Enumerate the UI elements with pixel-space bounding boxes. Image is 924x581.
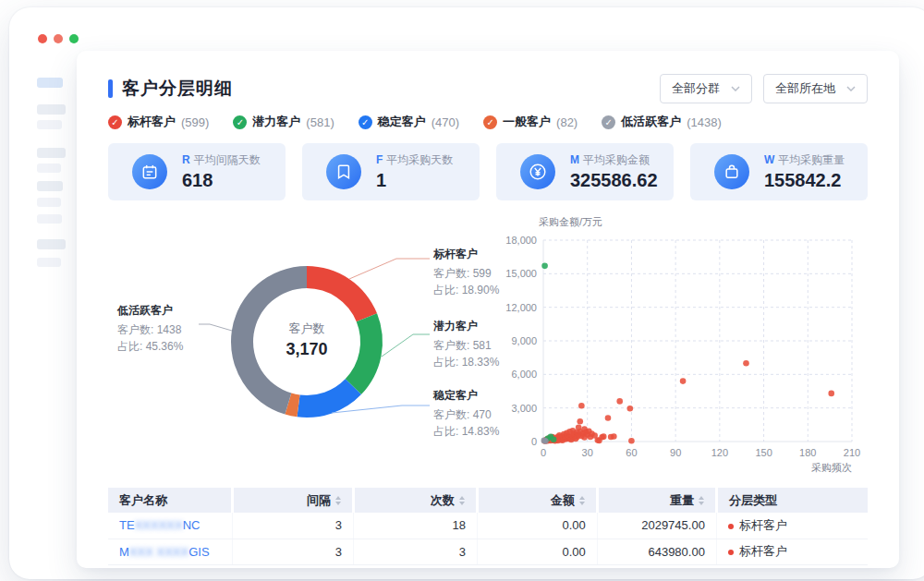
- kpi-cards: R平均间隔天数 618 F平均采购天数 1: [108, 143, 868, 200]
- kpi-value: 155842.2: [764, 170, 845, 191]
- sidebar-skeleton-item: [37, 181, 63, 191]
- kpi-letter: M: [570, 153, 579, 166]
- kpi-label: 平均间隔天数: [194, 153, 261, 166]
- svg-text:18,000: 18,000: [505, 235, 537, 246]
- segment-legend: ✓ 标杆客户 (599) ✓ 潜力客户 (581) ✓ 稳定客户 (470) ✓…: [108, 114, 868, 130]
- donut-chart[interactable]: 客户数3,170 标杆客户 客户数: 599 占比: 18.90% 潜力客户 客…: [108, 213, 542, 481]
- chevron-down-icon: [731, 86, 740, 91]
- times-cell: 3: [353, 539, 477, 564]
- col-header-customer-name: 客户名称: [108, 488, 233, 513]
- location-filter-dropdown[interactable]: 全部所在地: [763, 74, 868, 103]
- table-row: TEXXXXXXNC 3 18 0.00 2029745.00 标杆客户: [108, 513, 868, 539]
- check-circle-icon: ✓: [483, 115, 497, 129]
- col-header-times[interactable]: 次数: [353, 488, 477, 513]
- svg-text:15,000: 15,000: [505, 268, 537, 279]
- sort-icon[interactable]: [335, 496, 341, 505]
- amount-cell: 0.00: [477, 539, 597, 564]
- bookmark-icon: [326, 154, 361, 189]
- maximize-window-icon[interactable]: [69, 34, 79, 43]
- calendar-icon: [132, 154, 167, 189]
- legend-label: 稳定客户: [378, 114, 426, 130]
- svg-text:3,170: 3,170: [286, 340, 327, 358]
- legend-label: 潜力客户: [252, 114, 300, 130]
- legend-item-general[interactable]: ✓ 一般客户 (82): [483, 114, 578, 130]
- scatter-chart[interactable]: 采购金额/万元03,0006,0009,00012,00015,00018,00…: [505, 213, 868, 481]
- redacted-text: XXXXXX: [135, 518, 183, 532]
- sidebar-skeleton-item: [37, 163, 61, 173]
- sidebar-skeleton-item: [37, 239, 66, 249]
- close-window-icon[interactable]: [38, 34, 47, 43]
- sort-icon[interactable]: [699, 496, 704, 505]
- check-circle-icon: ✓: [108, 115, 122, 129]
- svg-text:9,000: 9,000: [511, 335, 537, 346]
- sidebar-skeleton-item: [37, 78, 63, 88]
- kpi-letter: F: [376, 153, 383, 166]
- svg-text:采购金额/万元: 采购金额/万元: [539, 216, 602, 227]
- legend-item-low-active[interactable]: ✓ 低活跃客户 (1438): [602, 114, 722, 130]
- kpi-value: 1: [376, 170, 453, 191]
- group-filter-dropdown[interactable]: 全部分群: [660, 74, 752, 103]
- svg-text:6,000: 6,000: [511, 369, 537, 380]
- amount-cell: 0.00: [477, 513, 597, 539]
- sidebar-skeleton-item: [37, 104, 66, 115]
- scatter-chart-svg: 采购金额/万元03,0006,0009,00012,00015,00018,00…: [505, 213, 868, 481]
- check-circle-icon: ✓: [359, 115, 372, 129]
- sidebar-skeleton-item: [37, 198, 61, 207]
- sidebar-skeleton-item: [37, 258, 61, 267]
- minimize-window-icon[interactable]: [54, 34, 63, 43]
- kpi-letter: W: [764, 153, 774, 166]
- table-row: MXXX XXXXGIS 3 3 0.00 643980.00 标杆客户: [108, 539, 868, 564]
- segment-type-cell: 标杆客户: [716, 513, 868, 539]
- svg-text:60: 60: [626, 447, 637, 458]
- check-circle-icon: ✓: [602, 115, 615, 129]
- segment-dot-icon: [728, 550, 734, 555]
- segment-type-cell: 标杆客户: [716, 539, 868, 564]
- kpi-card-frequency: F平均采购天数 1: [302, 143, 480, 200]
- kpi-card-recency: R平均间隔天数 618: [108, 143, 286, 200]
- sort-icon[interactable]: [459, 496, 465, 505]
- legend-count: (1438): [687, 115, 722, 129]
- svg-text:客户数: 客户数: [289, 321, 325, 335]
- svg-text:0: 0: [541, 447, 546, 458]
- svg-text:12,000: 12,000: [505, 302, 537, 313]
- svg-text:采购频次: 采购频次: [811, 462, 852, 473]
- col-header-weight[interactable]: 重量: [597, 488, 716, 513]
- page-title: 客户分层明细: [122, 77, 233, 101]
- col-header-interval[interactable]: 间隔: [233, 488, 354, 513]
- bag-icon: [714, 154, 749, 189]
- interval-cell: 3: [233, 539, 354, 564]
- svg-text:30: 30: [582, 447, 593, 458]
- svg-text:3,000: 3,000: [511, 403, 537, 414]
- times-cell: 18: [353, 513, 477, 539]
- app-window: 客户分层明细 全部分群 全部所在地 ✓ 标杆客户 (599) ✓: [9, 7, 924, 579]
- title-accent-bar: [108, 79, 113, 98]
- legend-label: 低活跃客户: [621, 114, 681, 130]
- kpi-card-monetary: M平均采购金额 325586.62: [496, 143, 674, 200]
- col-header-amount[interactable]: 金额: [477, 488, 597, 513]
- sidebar-skeleton-item: [37, 148, 66, 158]
- group-filter-label: 全部分群: [672, 80, 720, 97]
- kpi-value: 325586.62: [570, 170, 658, 191]
- donut-callout-low-active: 低活跃客户 客户数: 1438 占比: 45.36%: [117, 303, 228, 355]
- sort-icon[interactable]: [579, 496, 585, 505]
- legend-item-benchmark[interactable]: ✓ 标杆客户 (599): [108, 114, 209, 130]
- kpi-card-weight: W平均采购重量 155842.2: [690, 143, 868, 200]
- customer-name-link[interactable]: TEXXXXXXNC: [119, 518, 200, 532]
- svg-text:0: 0: [531, 436, 537, 447]
- weight-cell: 2029745.00: [597, 513, 716, 539]
- legend-count: (82): [556, 115, 578, 129]
- customer-segmentation-panel: 客户分层明细 全部分群 全部所在地 ✓ 标杆客户 (599) ✓: [77, 51, 899, 568]
- legend-label: 一般客户: [503, 114, 551, 130]
- interval-cell: 3: [233, 513, 354, 539]
- svg-text:150: 150: [755, 447, 772, 458]
- legend-item-potential[interactable]: ✓ 潜力客户 (581): [233, 114, 334, 130]
- sidebar-skeleton-item: [37, 120, 62, 129]
- legend-item-stable[interactable]: ✓ 稳定客户 (470): [359, 114, 459, 130]
- col-header-segment-type: 分层类型: [716, 488, 868, 513]
- svg-text:210: 210: [844, 447, 860, 458]
- customer-name-link[interactable]: MXXX XXXXGIS: [119, 545, 210, 559]
- kpi-value: 618: [182, 170, 261, 191]
- table-header-row: 客户名称 间隔 次数 金额 重量 分层类型: [108, 488, 868, 513]
- customer-table: 客户名称 间隔 次数 金额 重量 分层类型 TEXXXXXXNC 3 18 0.…: [108, 488, 868, 565]
- check-circle-icon: ✓: [233, 115, 247, 129]
